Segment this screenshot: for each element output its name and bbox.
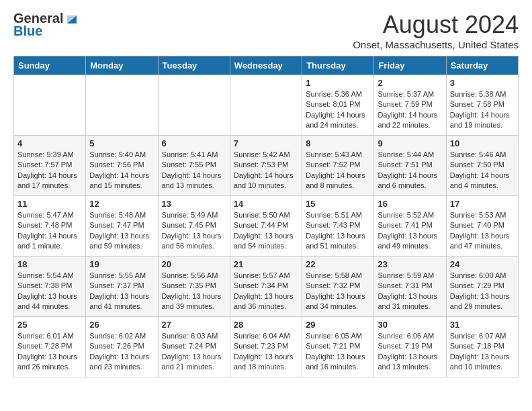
day-number: 25 — [17, 320, 82, 330]
day-info: Sunrise: 5:58 AM Sunset: 7:32 PM Dayligh… — [306, 271, 370, 312]
day-info: Sunrise: 5:36 AM Sunset: 8:01 PM Dayligh… — [306, 89, 370, 131]
day-header-saturday: Saturday — [446, 56, 518, 75]
day-info: Sunrise: 6:06 AM Sunset: 7:19 PM Dayligh… — [378, 331, 442, 373]
calendar-cell: 16Sunrise: 5:52 AM Sunset: 7:41 PM Dayli… — [374, 196, 446, 257]
calendar-cell: 17Sunrise: 5:53 AM Sunset: 7:40 PM Dayli… — [446, 196, 518, 257]
location: Onset, Massachusetts, United States — [353, 39, 519, 50]
calendar-cell: 31Sunrise: 6:07 AM Sunset: 7:18 PM Dayli… — [446, 317, 518, 377]
calendar-cell: 18Sunrise: 5:54 AM Sunset: 7:38 PM Dayli… — [14, 257, 86, 317]
calendar-cell: 10Sunrise: 5:46 AM Sunset: 7:50 PM Dayli… — [446, 136, 518, 196]
day-info: Sunrise: 5:37 AM Sunset: 7:59 PM Dayligh… — [378, 89, 442, 131]
day-info: Sunrise: 5:50 AM Sunset: 7:44 PM Dayligh… — [234, 210, 298, 252]
day-number: 26 — [89, 320, 154, 330]
day-header-sunday: Sunday — [14, 56, 86, 75]
calendar-week-3: 11Sunrise: 5:47 AM Sunset: 7:48 PM Dayli… — [14, 196, 519, 257]
day-info: Sunrise: 5:53 AM Sunset: 7:40 PM Dayligh… — [450, 210, 515, 252]
calendar-cell — [230, 75, 302, 136]
day-info: Sunrise: 5:44 AM Sunset: 7:51 PM Dayligh… — [378, 150, 442, 191]
calendar-cell: 7Sunrise: 5:42 AM Sunset: 7:53 PM Daylig… — [230, 136, 302, 196]
day-info: Sunrise: 5:57 AM Sunset: 7:34 PM Dayligh… — [234, 271, 298, 312]
day-info: Sunrise: 5:59 AM Sunset: 7:31 PM Dayligh… — [378, 271, 442, 312]
day-number: 24 — [450, 259, 515, 269]
day-info: Sunrise: 5:41 AM Sunset: 7:55 PM Dayligh… — [162, 150, 226, 191]
day-number: 13 — [162, 199, 226, 209]
calendar-cell: 19Sunrise: 5:55 AM Sunset: 7:37 PM Dayli… — [86, 257, 158, 317]
day-number: 5 — [89, 138, 154, 148]
day-info: Sunrise: 5:56 AM Sunset: 7:35 PM Dayligh… — [162, 271, 226, 312]
day-info: Sunrise: 5:43 AM Sunset: 7:52 PM Dayligh… — [306, 150, 370, 191]
day-header-wednesday: Wednesday — [230, 56, 302, 75]
day-info: Sunrise: 5:48 AM Sunset: 7:47 PM Dayligh… — [89, 210, 154, 252]
day-info: Sunrise: 5:55 AM Sunset: 7:37 PM Dayligh… — [89, 271, 154, 312]
calendar-cell: 22Sunrise: 5:58 AM Sunset: 7:32 PM Dayli… — [302, 257, 374, 317]
day-header-thursday: Thursday — [302, 56, 374, 75]
calendar-cell: 30Sunrise: 6:06 AM Sunset: 7:19 PM Dayli… — [374, 317, 446, 377]
calendar-cell: 4Sunrise: 5:39 AM Sunset: 7:57 PM Daylig… — [14, 136, 86, 196]
day-info: Sunrise: 5:54 AM Sunset: 7:38 PM Dayligh… — [17, 271, 82, 312]
calendar-body: 1Sunrise: 5:36 AM Sunset: 8:01 PM Daylig… — [14, 75, 519, 377]
calendar-cell: 2Sunrise: 5:37 AM Sunset: 7:59 PM Daylig… — [374, 75, 446, 136]
calendar-week-2: 4Sunrise: 5:39 AM Sunset: 7:57 PM Daylig… — [14, 136, 519, 196]
day-number: 21 — [234, 259, 298, 269]
calendar-cell: 8Sunrise: 5:43 AM Sunset: 7:52 PM Daylig… — [302, 136, 374, 196]
calendar-cell: 15Sunrise: 5:51 AM Sunset: 7:43 PM Dayli… — [302, 196, 374, 257]
day-number: 23 — [378, 259, 442, 269]
calendar-cell: 3Sunrise: 5:38 AM Sunset: 7:58 PM Daylig… — [446, 75, 518, 136]
calendar-cell: 9Sunrise: 5:44 AM Sunset: 7:51 PM Daylig… — [374, 136, 446, 196]
day-number: 10 — [450, 138, 515, 148]
month-title: August 2024 — [353, 11, 519, 39]
day-info: Sunrise: 5:47 AM Sunset: 7:48 PM Dayligh… — [17, 210, 82, 252]
day-number: 7 — [234, 138, 298, 148]
header: General Blue August 2024 Onset, Massachu… — [13, 11, 519, 50]
day-number: 4 — [17, 138, 82, 148]
day-info: Sunrise: 5:38 AM Sunset: 7:58 PM Dayligh… — [450, 89, 515, 131]
day-info: Sunrise: 5:39 AM Sunset: 7:57 PM Dayligh… — [17, 150, 82, 191]
day-number: 9 — [378, 138, 442, 148]
day-number: 31 — [450, 320, 515, 330]
calendar-cell: 24Sunrise: 6:00 AM Sunset: 7:29 PM Dayli… — [446, 257, 518, 317]
day-info: Sunrise: 5:52 AM Sunset: 7:41 PM Dayligh… — [378, 210, 442, 252]
calendar-week-4: 18Sunrise: 5:54 AM Sunset: 7:38 PM Dayli… — [14, 257, 519, 317]
day-info: Sunrise: 6:02 AM Sunset: 7:26 PM Dayligh… — [89, 331, 154, 373]
logo-icon — [64, 11, 79, 26]
logo: General Blue — [13, 11, 79, 39]
day-info: Sunrise: 5:42 AM Sunset: 7:53 PM Dayligh… — [234, 150, 298, 191]
day-number: 16 — [378, 199, 442, 209]
calendar-cell: 20Sunrise: 5:56 AM Sunset: 7:35 PM Dayli… — [158, 257, 230, 317]
calendar-cell: 26Sunrise: 6:02 AM Sunset: 7:26 PM Dayli… — [86, 317, 158, 377]
calendar-cell: 11Sunrise: 5:47 AM Sunset: 7:48 PM Dayli… — [14, 196, 86, 257]
calendar-cell: 6Sunrise: 5:41 AM Sunset: 7:55 PM Daylig… — [158, 136, 230, 196]
day-info: Sunrise: 6:03 AM Sunset: 7:24 PM Dayligh… — [162, 331, 226, 373]
calendar-cell: 1Sunrise: 5:36 AM Sunset: 8:01 PM Daylig… — [302, 75, 374, 136]
day-header-friday: Friday — [374, 56, 446, 75]
calendar-cell: 13Sunrise: 5:49 AM Sunset: 7:45 PM Dayli… — [158, 196, 230, 257]
calendar-cell: 23Sunrise: 5:59 AM Sunset: 7:31 PM Dayli… — [374, 257, 446, 317]
day-header-tuesday: Tuesday — [158, 56, 230, 75]
day-info: Sunrise: 5:51 AM Sunset: 7:43 PM Dayligh… — [306, 210, 370, 252]
day-info: Sunrise: 5:40 AM Sunset: 7:56 PM Dayligh… — [89, 150, 154, 191]
day-number: 3 — [450, 78, 515, 88]
day-info: Sunrise: 5:46 AM Sunset: 7:50 PM Dayligh… — [450, 150, 515, 191]
day-number: 14 — [234, 199, 298, 209]
calendar-cell: 25Sunrise: 6:01 AM Sunset: 7:28 PM Dayli… — [14, 317, 86, 377]
calendar-cell: 14Sunrise: 5:50 AM Sunset: 7:44 PM Dayli… — [230, 196, 302, 257]
title-area: August 2024 Onset, Massachusetts, United… — [353, 11, 519, 50]
day-info: Sunrise: 6:00 AM Sunset: 7:29 PM Dayligh… — [450, 271, 515, 312]
day-number: 28 — [234, 320, 298, 330]
calendar-week-5: 25Sunrise: 6:01 AM Sunset: 7:28 PM Dayli… — [14, 317, 519, 377]
day-number: 12 — [89, 199, 154, 209]
day-number: 20 — [162, 259, 226, 269]
day-number: 19 — [89, 259, 154, 269]
day-number: 17 — [450, 199, 515, 209]
day-number: 1 — [306, 78, 370, 88]
day-number: 8 — [306, 138, 370, 148]
day-number: 2 — [378, 78, 442, 88]
day-number: 29 — [306, 320, 370, 330]
day-info: Sunrise: 6:05 AM Sunset: 7:21 PM Dayligh… — [306, 331, 370, 373]
calendar-table: SundayMondayTuesdayWednesdayThursdayFrid… — [13, 56, 519, 377]
calendar-header-row: SundayMondayTuesdayWednesdayThursdayFrid… — [14, 56, 519, 75]
calendar-cell: 21Sunrise: 5:57 AM Sunset: 7:34 PM Dayli… — [230, 257, 302, 317]
day-number: 11 — [17, 199, 82, 209]
calendar-cell: 29Sunrise: 6:05 AM Sunset: 7:21 PM Dayli… — [302, 317, 374, 377]
day-number: 27 — [162, 320, 226, 330]
